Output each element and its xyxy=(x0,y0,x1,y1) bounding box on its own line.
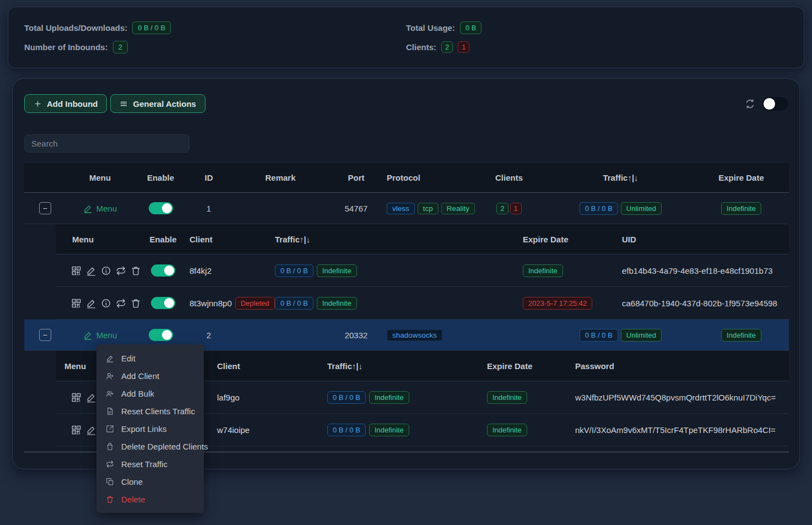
menu-item-reset-traffic[interactable]: Reset Traffic xyxy=(96,455,204,473)
clients-depleted-count: 1 xyxy=(458,41,469,53)
rest-icon xyxy=(106,442,114,451)
vless-clients-table: Menu Enable Client Traffic↑|↓ Expire Dat… xyxy=(56,224,789,320)
menu-item-delete-depleted-clients[interactable]: Delete Depleted Clients xyxy=(96,437,204,455)
uploads-downloads-value: 0 B / 0 B xyxy=(132,21,171,34)
collapse-row-button[interactable]: − xyxy=(39,329,51,341)
inbound-enable-toggle[interactable] xyxy=(149,202,173,214)
menu-item-edit[interactable]: Edit xyxy=(96,349,204,367)
inbound-menu-label: Menu xyxy=(96,204,117,213)
client-row: 8t3wjnn8p0 Depleted 0 B / 0 B Indefinite… xyxy=(56,287,789,320)
menu-item-export-links[interactable]: Export Links xyxy=(96,420,204,437)
file-sync-icon xyxy=(106,407,114,415)
traffic-badge: 0 B / 0 B xyxy=(580,202,618,215)
inbound-port: 20332 xyxy=(330,331,382,340)
menu-item-add-bulk[interactable]: Add Bulk xyxy=(96,385,204,402)
stat-clients: Clients: 2 1 xyxy=(406,39,788,56)
edit-client-icon[interactable] xyxy=(86,424,96,436)
client-traffic-badge: 0 B / 0 B xyxy=(327,391,366,404)
reset-traffic-icon[interactable] xyxy=(116,265,126,277)
stat-total-usage: Total Usage: 0 B xyxy=(406,19,788,36)
inbound-context-menu: Edit Add Client Add Bulk Reset Clients T… xyxy=(96,344,204,513)
client-traffic-badge: 0 B / 0 B xyxy=(275,297,313,310)
header-menu: Menu xyxy=(66,173,134,182)
info-icon[interactable] xyxy=(101,297,111,309)
inbounds-count-value: 2 xyxy=(113,41,128,53)
info-icon[interactable] xyxy=(101,265,111,277)
client-expire-badge: Indefinite xyxy=(487,391,527,404)
menu-item-delete[interactable]: Delete xyxy=(96,490,204,508)
qrcode-icon[interactable] xyxy=(71,297,82,309)
header-expire-date: Expire Date xyxy=(694,173,789,182)
add-inbound-button[interactable]: Add Inbound xyxy=(24,94,107,113)
inbounds-table-header: Menu Enable ID Remark Port Protocol Clie… xyxy=(24,163,789,193)
delete-client-icon[interactable] xyxy=(131,297,141,309)
client-enable-toggle[interactable] xyxy=(151,264,175,277)
client-traffic-badge: 0 B / 0 B xyxy=(327,424,366,436)
client-name: 8f4kj2 xyxy=(190,266,212,275)
search-input[interactable] xyxy=(24,134,190,153)
general-actions-button[interactable]: General Actions xyxy=(110,94,205,113)
header-traffic-sort[interactable]: Traffic↑|↓ xyxy=(270,235,518,244)
inbound-enable-toggle[interactable] xyxy=(149,329,173,341)
client-traffic-limit-badge: Indefinite xyxy=(369,391,409,404)
client-uid: ca68470b-1940-437d-802b-1f9573e94598 xyxy=(622,299,777,308)
refresh-button[interactable] xyxy=(745,99,755,109)
header-menu: Menu xyxy=(56,235,141,244)
inbound-menu-link[interactable]: Menu xyxy=(83,331,117,340)
expire-badge: Indefinite xyxy=(721,202,761,215)
traffic-limit-badge: Unlimited xyxy=(621,202,662,215)
toggle-knob xyxy=(164,266,174,275)
client-row: 8f4kj2 0 B / 0 B Indefinite Indefinite e… xyxy=(56,255,789,287)
header-id: ID xyxy=(187,173,231,182)
header-traffic-sort[interactable]: Traffic↑|↓ xyxy=(323,361,483,371)
edit-pencil-icon xyxy=(83,204,93,213)
menu-lines-icon xyxy=(120,100,128,108)
total-usage-label: Total Usage: xyxy=(406,23,455,33)
reset-traffic-icon[interactable] xyxy=(116,297,126,309)
client-name: 8t3wjnn8p0 xyxy=(190,299,232,308)
header-expire-date: Expire Date xyxy=(483,361,571,371)
toggle-knob xyxy=(164,298,174,308)
protocol-tag: vless xyxy=(387,203,415,214)
toggle-knob xyxy=(162,203,172,213)
header-uid: UID xyxy=(618,235,789,244)
total-usage-value: 0 B xyxy=(460,21,482,34)
inbound-menu-link[interactable]: Menu xyxy=(83,204,117,213)
security-tag: Reality xyxy=(441,203,475,214)
client-uid: efb14b43-4a79-4e83-ef18-e48cf1901b73 xyxy=(622,266,773,275)
qrcode-icon[interactable] xyxy=(71,392,82,403)
inbound-id: 2 xyxy=(187,331,231,340)
toolbar: Add Inbound General Actions xyxy=(24,94,788,113)
edit-client-icon[interactable] xyxy=(86,392,96,403)
edit-client-icon[interactable] xyxy=(86,297,96,309)
traffic-badge: 0 B / 0 B xyxy=(580,329,618,342)
user-add-icon xyxy=(106,372,114,380)
header-remark: Remark xyxy=(231,173,330,182)
collapse-row-button[interactable]: − xyxy=(39,202,51,214)
clients-label: Clients: xyxy=(406,42,436,52)
client-traffic-limit-badge: Indefinite xyxy=(317,297,357,310)
inbound-menu-label: Menu xyxy=(96,331,117,340)
general-actions-label: General Actions xyxy=(133,99,196,109)
delete-client-icon[interactable] xyxy=(131,265,141,277)
edit-client-icon[interactable] xyxy=(86,265,96,277)
clients-depleted-badge: 1 xyxy=(510,203,522,214)
client-name: w74ioipe xyxy=(217,425,250,435)
client-enable-toggle[interactable] xyxy=(151,297,175,309)
header-client: Client xyxy=(185,235,270,244)
menu-item-reset-clients-traffic[interactable]: Reset Clients Traffic xyxy=(96,402,204,420)
traffic-limit-badge: Unlimited xyxy=(621,329,662,342)
refresh-icon xyxy=(745,99,755,109)
menu-item-clone[interactable]: Clone xyxy=(96,473,204,490)
toolbar-right xyxy=(745,97,788,111)
qrcode-icon[interactable] xyxy=(71,265,82,277)
qrcode-icon[interactable] xyxy=(71,424,82,436)
header-enable: Enable xyxy=(141,235,185,244)
inbounds-count-label: Number of Inbounds: xyxy=(24,42,108,52)
menu-item-add-client[interactable]: Add Client xyxy=(96,367,204,385)
header-expire-date: Expire Date xyxy=(518,235,618,244)
header-client: Client xyxy=(213,361,323,371)
header-traffic-sort[interactable]: Traffic↑|↓ xyxy=(548,173,694,182)
dark-mode-toggle[interactable] xyxy=(762,97,788,111)
stats-right-column: Total Usage: 0 B Clients: 2 1 xyxy=(406,19,788,56)
